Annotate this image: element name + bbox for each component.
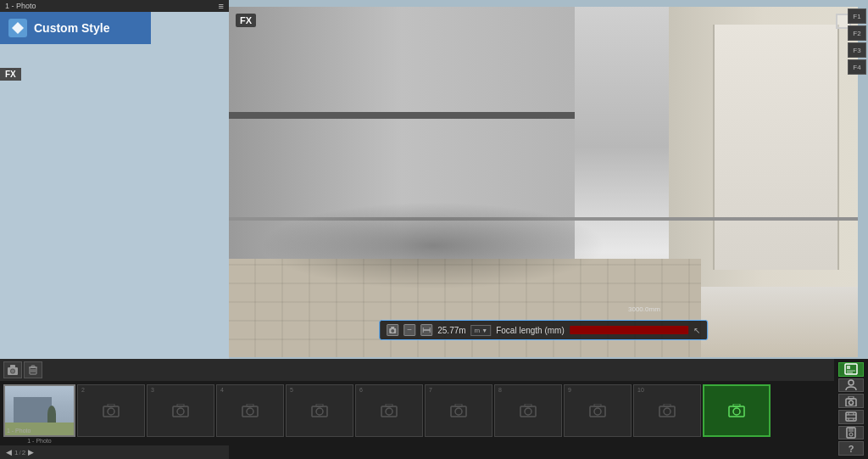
page-separator: / — [19, 449, 20, 456]
measurement-bar[interactable]: − 25.77m m ▼ Focal length (mm) ↖ — [379, 320, 708, 340]
filmstrip-camera-btn[interactable] — [3, 361, 22, 378]
svg-point-33 — [455, 408, 462, 415]
meas-cursor-indicator: ↖ — [693, 326, 700, 335]
svg-point-9 — [11, 370, 14, 373]
filmstrip-frame-active[interactable] — [703, 384, 771, 437]
diamond-icon — [11, 21, 25, 35]
right-panel-film-btn[interactable] — [838, 410, 864, 424]
filmstrip-frame-5[interactable]: 5 — [286, 384, 353, 437]
filmstrip-frame-10[interactable]: 10 — [633, 384, 701, 437]
custom-style-label: Custom Style — [34, 21, 109, 35]
frame-5-number: 5 — [290, 387, 293, 393]
save-icon — [846, 427, 856, 439]
svg-marker-0 — [12, 22, 24, 34]
right-panel-gallery-btn[interactable] — [838, 362, 864, 377]
svg-rect-58 — [848, 413, 849, 415]
meas-distance-value: 25.77m — [437, 326, 465, 335]
svg-point-24 — [247, 408, 253, 415]
person-icon — [845, 379, 857, 391]
filmstrip-frame-7[interactable]: 7 — [425, 384, 492, 437]
svg-point-2 — [391, 329, 394, 333]
camera-icon-3 — [172, 404, 189, 417]
right-sidebar: F1 F2 F3 F4 — [846, 7, 868, 359]
mini-tree — [47, 406, 56, 423]
frame-1-label: 1 - Photo — [7, 428, 31, 434]
mini-building — [14, 397, 52, 423]
filmstrip-frame-4[interactable]: 4 — [216, 384, 284, 437]
window-title: 1 - Photo — [5, 2, 36, 10]
svg-rect-48 — [847, 366, 850, 369]
fx-badge[interactable]: FX — [0, 68, 21, 81]
wall-right-inner — [713, 25, 838, 270]
camera-icon-6 — [381, 404, 398, 417]
viewport-fx-label: FX — [236, 14, 256, 27]
svg-point-45 — [733, 408, 740, 415]
sidebar-f3-btn[interactable]: F3 — [848, 42, 866, 58]
svg-rect-46 — [733, 404, 740, 406]
svg-rect-60 — [848, 418, 849, 420]
right-panel-save-btn[interactable] — [838, 426, 864, 440]
meas-minus-icon[interactable]: − — [403, 324, 415, 336]
frame-10-number: 10 — [637, 387, 644, 393]
main-viewport: FX 3000.0mm − — [229, 7, 858, 357]
svg-point-30 — [386, 408, 392, 415]
right-panel-camera-btn[interactable] — [838, 394, 864, 408]
filmstrip-frame-3[interactable]: 3 — [147, 384, 214, 437]
filmstrip: 1 - Photo 1 - Photo 2 3 4 — [0, 359, 868, 459]
camera-icon-2 — [103, 404, 120, 417]
meas-slider[interactable] — [570, 326, 688, 334]
sidebar-f4-btn[interactable]: F4 — [848, 59, 866, 75]
svg-rect-28 — [316, 404, 323, 406]
svg-rect-22 — [177, 404, 184, 406]
menu-icon[interactable]: ≡ — [219, 1, 224, 11]
svg-rect-10 — [10, 365, 15, 367]
meas-camera-icon — [387, 324, 398, 336]
frame-9-number: 9 — [568, 387, 571, 393]
frame-6-number: 6 — [359, 387, 363, 393]
filmstrip-frame-2[interactable]: 2 — [77, 384, 145, 437]
svg-rect-59 — [853, 413, 854, 415]
filmstrip-trash-btn[interactable] — [24, 361, 42, 378]
svg-point-18 — [108, 408, 114, 415]
svg-rect-54 — [849, 396, 854, 399]
filmstrip-frame-8[interactable]: 8 — [494, 384, 562, 437]
camera-icon-5 — [311, 404, 328, 417]
svg-rect-16 — [31, 366, 35, 367]
svg-point-53 — [849, 400, 854, 405]
page-next-btn[interactable]: ▶ — [25, 448, 36, 456]
page-indicator: ◀ 1 / 2 ▶ — [0, 445, 229, 459]
page-prev-btn[interactable]: ◀ — [3, 448, 14, 456]
right-panel-help-btn[interactable]: ? — [838, 441, 864, 456]
filmstrip-frame-9[interactable]: 9 — [564, 384, 632, 437]
custom-style-icon — [8, 19, 27, 37]
active-frame-icon — [728, 404, 745, 417]
camera-icon-8 — [520, 404, 537, 417]
right-panel-person-btn[interactable] — [838, 378, 864, 393]
page-current: 1 — [14, 449, 18, 456]
svg-rect-40 — [594, 404, 601, 406]
filmstrip-toolbar — [0, 359, 868, 381]
svg-point-64 — [849, 433, 853, 436]
svg-rect-55 — [846, 412, 856, 421]
film-icon — [845, 411, 857, 422]
sidebar-f1-btn[interactable]: F1 — [848, 8, 866, 24]
frame-8-number: 8 — [498, 387, 502, 393]
meas-dropdown[interactable]: m ▼ — [471, 325, 492, 336]
svg-rect-31 — [386, 404, 392, 406]
frame-4-number: 4 — [220, 387, 224, 393]
custom-style-panel[interactable]: Custom Style — [0, 12, 151, 44]
sidebar-f2-btn[interactable]: F2 — [848, 25, 866, 41]
svg-rect-37 — [525, 404, 531, 406]
svg-point-36 — [525, 408, 531, 415]
svg-point-42 — [664, 408, 670, 415]
frame-1-number: 1 - Photo — [27, 438, 51, 444]
camera-icon-right — [845, 396, 857, 406]
filmstrip-frame-6[interactable]: 6 — [355, 384, 423, 437]
camera-icon-4 — [242, 404, 259, 417]
svg-point-21 — [177, 408, 184, 415]
filmstrip-frame-1[interactable]: 1 - Photo 1 - Photo — [3, 384, 75, 444]
meas-distance-icon — [420, 324, 432, 336]
camera-icon-7 — [450, 404, 467, 417]
scene-area: FX 3000.0mm − — [229, 7, 858, 357]
camera-icon-9 — [589, 404, 606, 417]
